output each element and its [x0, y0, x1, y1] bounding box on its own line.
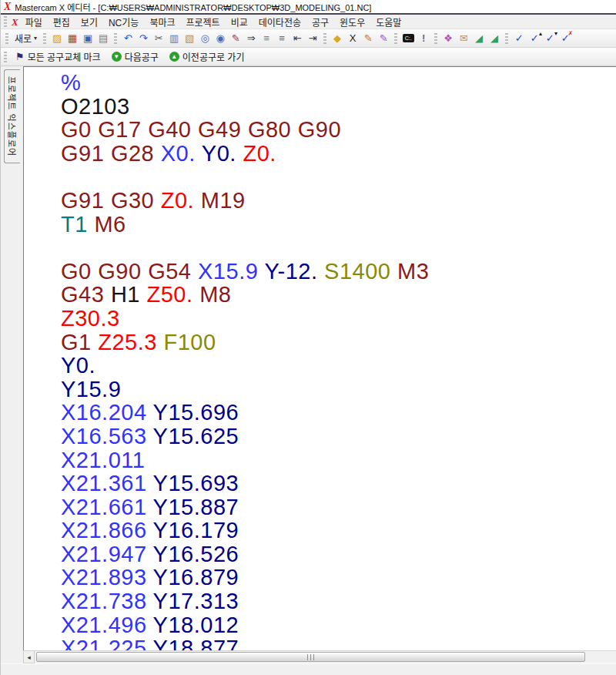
menu-item[interactable]: 보기: [75, 15, 103, 29]
cut-icon: ✂: [155, 33, 163, 43]
copy-icon[interactable]: ▥: [167, 31, 181, 46]
menu-item[interactable]: 윈도우: [334, 15, 370, 29]
scrollbar-track[interactable]: [35, 650, 616, 663]
gcode-token: M3: [397, 259, 429, 284]
indent-increase-icon[interactable]: ⇥: [306, 31, 320, 46]
gcode-token: X21.661: [61, 495, 147, 519]
replace-icon[interactable]: ✎: [229, 31, 243, 46]
gcode-token: Y15.693: [153, 471, 239, 495]
gcode-token: X21.893: [61, 565, 147, 589]
open-file-icon[interactable]: ▨: [50, 31, 64, 46]
dnc-settings-icon[interactable]: ❖: [441, 31, 455, 46]
gcode-line: Z30.3: [61, 307, 616, 331]
new-file-button[interactable]: 새로▾: [12, 31, 40, 46]
menu-item[interactable]: 파일: [20, 15, 48, 29]
menubar-grip: [4, 16, 7, 27]
compare-cancel-icon[interactable]: ✓✗: [558, 31, 572, 46]
edit-file-icon[interactable]: ✎: [361, 31, 375, 46]
gcode-line: X21.011: [61, 448, 616, 472]
gcode-token: O2103: [61, 94, 130, 119]
menu-item[interactable]: 비교: [226, 15, 253, 29]
editor-area[interactable]: %O2103G0 G17 G40 G49 G80 G90G91 G28 X0. …: [23, 66, 616, 650]
mastercam-x-icon[interactable]: X: [346, 31, 360, 46]
main-toolbar: 새로▾ ▨▦▣▤↶↷✂▥▧◎◉✎⇒≡≡⇤⇥◆X✎✎C:.!❖✉◢◢✓✓▴✓▾✓✗: [1, 29, 616, 48]
menu-item[interactable]: 데이타전송: [253, 15, 306, 29]
syntax-check-icon[interactable]: !: [417, 31, 430, 46]
gcode-token: Y18.877: [153, 636, 239, 650]
toolbar-grip: [4, 52, 7, 62]
gcode-token: Y17.313: [153, 589, 239, 613]
renumber-icon[interactable]: ≡: [275, 31, 289, 46]
all-tool-change-marks-button[interactable]: ⚑모든 공구교체 마크: [10, 49, 106, 65]
gcode-token: Y15.9: [61, 377, 121, 401]
gcode-token: Z30.3: [61, 306, 120, 331]
block-numbers-icon[interactable]: ≡: [259, 31, 273, 46]
goto-line-icon[interactable]: ⇒: [244, 31, 258, 46]
redo-icon[interactable]: ↷: [136, 31, 150, 46]
paste-icon[interactable]: ▧: [182, 31, 196, 46]
menu-item[interactable]: 공구: [306, 15, 334, 29]
compare-files-icon[interactable]: ✓: [512, 31, 526, 46]
title-bar: X Mastercam X 에디터 - [C:₩USERS₩ADMINISTRA…: [1, 0, 616, 13]
menu-item[interactable]: 북마크: [144, 15, 180, 29]
compare-next-icon: ✓: [531, 33, 539, 43]
scroll-left-button[interactable]: ◂: [23, 650, 35, 663]
menu-item[interactable]: 프로젝트: [181, 15, 226, 29]
gcode-token: X21.225: [61, 636, 147, 650]
gcode-token: G91: [61, 188, 104, 213]
send-file-icon[interactable]: ✉: [457, 31, 470, 46]
compare-prev-icon[interactable]: ✓▾: [543, 31, 557, 46]
nc-functions-icon[interactable]: ◆: [330, 31, 344, 46]
all-tool-change-marks-button-label: 모든 공구교체 마크: [28, 50, 101, 63]
scrollbar-grip-icon: [307, 654, 315, 660]
gcode-token: Y-12.: [264, 259, 317, 284]
edit-file-alt-icon[interactable]: ✎: [377, 31, 390, 46]
gcode-token: H1: [111, 282, 140, 307]
menu-item[interactable]: NC기능: [103, 15, 144, 29]
compare-files-icon: ✓: [515, 33, 524, 43]
gcode-line: X21.866 Y16.179: [61, 519, 616, 542]
save-icon[interactable]: ▣: [81, 31, 95, 46]
copy-icon: ▥: [169, 33, 179, 43]
menu-items: 파일편집보기NC기능북마크프로젝트비교데이타전송공구윈도우도움말: [20, 15, 407, 29]
gcode-token: G0: [61, 259, 92, 284]
compare-next-icon[interactable]: ✓▴: [527, 31, 541, 46]
compare-next-icon-badge: ▴: [539, 31, 542, 37]
gcode-token: X21.738: [61, 589, 147, 613]
gcode-line: G0 G17 G40 G49 G80 G90: [61, 118, 616, 142]
menu-item[interactable]: 도움말: [370, 15, 407, 29]
gcode-token: G54: [148, 259, 191, 284]
menu-item[interactable]: 편집: [48, 15, 75, 29]
print-icon[interactable]: ▤: [96, 31, 110, 46]
find-icon: ◎: [200, 33, 209, 43]
gcode-token: Y16.179: [153, 518, 239, 542]
clear-marks-icon[interactable]: ◢: [472, 31, 486, 46]
command-prompt-icon: C:.: [403, 34, 414, 42]
file-compare-icon[interactable]: ▦: [65, 31, 79, 46]
gcode-line: [61, 236, 616, 260]
gcode-token: Z25.3: [98, 330, 157, 354]
indent-decrease-icon[interactable]: ⇤: [290, 31, 304, 46]
find-next-icon[interactable]: ◉: [213, 31, 227, 46]
save-icon: ▣: [83, 33, 92, 43]
project-explorer-tab[interactable]: 프로젝트 익스플로어: [4, 69, 20, 163]
gcode-token: Y15.625: [153, 424, 239, 448]
gcode-token: G91: [61, 141, 104, 166]
next-tool-button-label: 다음공구: [125, 50, 159, 63]
window-title: Mastercam X 에디터 - [C:₩USERS₩ADMINISTRATO…: [15, 1, 371, 13]
command-prompt-icon[interactable]: C:.: [401, 31, 415, 46]
compare-cancel-icon-badge: ✗: [567, 31, 573, 37]
gcode-line: X21.496 Y18.012: [61, 613, 616, 637]
undo-icon[interactable]: ↶: [121, 31, 135, 46]
cut-icon[interactable]: ✂: [152, 31, 166, 46]
find-icon[interactable]: ◎: [198, 31, 212, 46]
previous-tool-button[interactable]: ▲이전공구로 가기: [164, 49, 250, 65]
clear-all-marks-icon[interactable]: ◢: [487, 31, 501, 46]
work-row: 프로젝트 익스플로어 %O2103G0 G17 G40 G49 G80 G90G…: [1, 66, 616, 650]
next-tool-button[interactable]: ▼다음공구: [106, 49, 164, 65]
gcode-token: G1: [61, 330, 92, 354]
gcode-token: G30: [111, 188, 154, 213]
edit-file-icon: ✎: [364, 33, 373, 43]
gcode-token: M19: [201, 188, 246, 213]
scrollbar-thumb[interactable]: [36, 652, 585, 662]
